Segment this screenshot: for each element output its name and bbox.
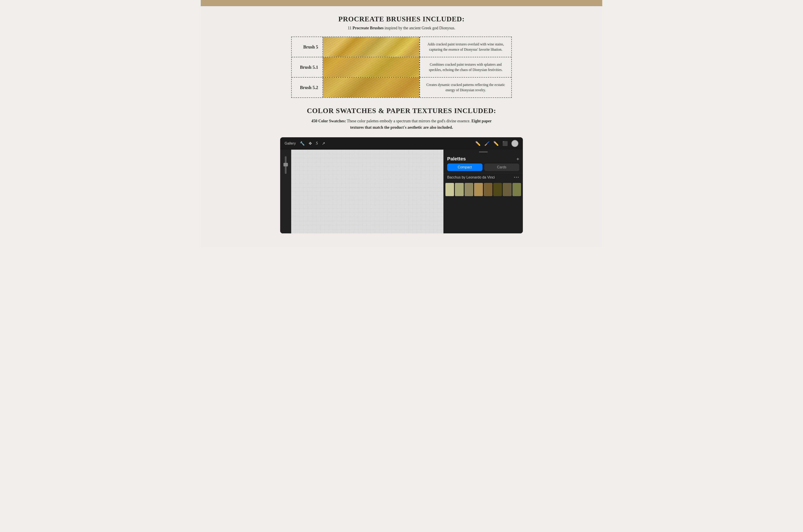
tab-compact[interactable]: Compact <box>447 164 482 171</box>
toolbar-left: Gallery 🔧 ✥ S ↗ <box>285 141 473 146</box>
arrow-icon[interactable]: ↗ <box>322 141 325 146</box>
canvas-area[interactable] <box>291 150 443 233</box>
cursor-icon[interactable]: ✥ <box>309 141 312 146</box>
brush-texture-2 <box>323 57 419 77</box>
palettes-tabs: Compact Cards <box>444 164 523 173</box>
opacity-slider-track[interactable] <box>285 156 287 174</box>
swatch-8[interactable] <box>512 183 521 196</box>
brush-desc-text-3: Creates dynamic cracked patterns reflect… <box>425 82 506 93</box>
color-picker-circle[interactable] <box>511 140 518 147</box>
color-desc-bold: 450 Color Swatches: <box>311 119 346 123</box>
palette-name: Bacchus by Leonardo da Vinci <box>447 175 495 179</box>
pencil-icon[interactable]: ✏️ <box>475 141 481 146</box>
color-section-title: COLOR SWATCHES & PAPER TEXTURES INCLUDED… <box>218 107 585 115</box>
brush-label-3: Brush 5.2 <box>292 78 323 97</box>
color-desc-post: These color palettes embody a spectrum t… <box>346 119 471 123</box>
brush-texture-1 <box>323 37 419 57</box>
palettes-panel: Palettes + Compact Cards Bacchus by Leon… <box>443 150 523 233</box>
brush-row-3: Brush 5.2 Creates dynamic cracked patter… <box>292 78 511 97</box>
brushes-subtitle: 11 Procreate Brushes inspired by the anc… <box>218 26 585 31</box>
brush-image-2 <box>323 57 420 77</box>
swatch-7[interactable] <box>503 183 511 196</box>
eraser-icon[interactable]: ✏️ <box>493 141 499 146</box>
app-toolbar: Gallery 🔧 ✥ S ↗ ✏️ 🖌️ ✏️ ⬛ <box>280 137 523 150</box>
brushes-subtitle-pre: 11 <box>348 26 352 30</box>
app-body: Palettes + Compact Cards Bacchus by Leon… <box>280 150 523 233</box>
app-mockup: Gallery 🔧 ✥ S ↗ ✏️ 🖌️ ✏️ ⬛ <box>280 137 523 233</box>
transform-icon[interactable]: S <box>316 141 318 146</box>
wrench-icon[interactable]: 🔧 <box>300 141 305 146</box>
swatch-2[interactable] <box>455 183 463 196</box>
brushes-subtitle-post: inspired by the ancient Greek god Dionys… <box>384 26 455 30</box>
brush-desc-text-2: Combines cracked paint textures with spl… <box>425 62 506 73</box>
swatch-4[interactable] <box>474 183 483 196</box>
toolbar-right: ✏️ 🖌️ ✏️ ⬛ <box>475 140 518 147</box>
brush-label-1: Brush 5 <box>292 37 323 57</box>
brush-desc-text-1: Adds cracked paint textures overlaid wit… <box>425 42 506 52</box>
color-section-desc: 450 Color Swatches: These color palettes… <box>311 118 492 131</box>
opacity-slider-handle[interactable] <box>284 163 288 166</box>
drag-handle <box>479 151 488 152</box>
brushes-subtitle-bold: Procreate Brushes <box>352 26 384 30</box>
tab-cards[interactable]: Cards <box>484 164 519 171</box>
brush-row-2: Brush 5.1 Combines cracked paint texture… <box>292 57 511 78</box>
layers-icon[interactable]: ⬛ <box>502 141 508 146</box>
swatch-3[interactable] <box>464 183 473 196</box>
palettes-title: Palettes <box>447 156 466 162</box>
brush-image-1 <box>323 37 420 57</box>
sidebar-tools <box>280 150 291 233</box>
brush-image-3 <box>323 78 420 97</box>
gallery-button[interactable]: Gallery <box>285 141 296 146</box>
smudge-icon[interactable]: 🖌️ <box>484 141 490 146</box>
palette-menu-button[interactable]: ••• <box>514 175 519 180</box>
canvas-texture <box>291 150 443 233</box>
swatch-1[interactable] <box>445 183 454 196</box>
swatch-6[interactable] <box>493 183 502 196</box>
brush-desc-2: Combines cracked paint textures with spl… <box>420 57 511 77</box>
swatch-5[interactable] <box>484 183 492 196</box>
content-area: PROCREATE BRUSHES INCLUDED: 11 Procreate… <box>201 6 602 247</box>
top-bar <box>201 0 602 6</box>
brush-texture-3 <box>323 78 419 97</box>
brushes-section-title: PROCREATE BRUSHES INCLUDED: <box>218 15 585 23</box>
brush-grid: Brush 5 Adds cracked paint textures over… <box>291 37 512 98</box>
palettes-add-button[interactable]: + <box>516 156 519 162</box>
palettes-header: Palettes + <box>444 153 523 164</box>
brush-desc-1: Adds cracked paint textures overlaid wit… <box>420 37 511 57</box>
brush-desc-3: Creates dynamic cracked patterns reflect… <box>420 78 511 97</box>
palette-swatches <box>444 182 523 199</box>
brush-label-2: Brush 5.1 <box>292 57 323 77</box>
brush-row-1: Brush 5 Adds cracked paint textures over… <box>292 37 511 57</box>
palette-item: Bacchus by Leonardo da Vinci ••• <box>444 173 523 182</box>
